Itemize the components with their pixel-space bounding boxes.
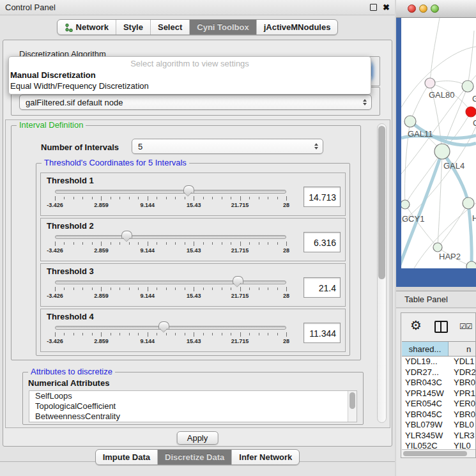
zoom-traffic-light-icon[interactable] xyxy=(431,4,439,13)
node-hap2[interactable] xyxy=(433,243,442,252)
table-row[interactable]: YBR043CYBR0 xyxy=(402,378,475,388)
table-horizontal-scrollbar[interactable] xyxy=(402,449,475,457)
cell-name[interactable]: YDR2 xyxy=(449,367,475,378)
cell-shared-name[interactable]: YLR345W xyxy=(402,431,449,441)
node-gcy1[interactable] xyxy=(401,200,410,209)
cell-name[interactable]: YIL0 xyxy=(449,441,475,449)
threshold-value-field[interactable]: 21.4 xyxy=(303,277,341,298)
float-window-icon[interactable] xyxy=(370,4,377,11)
tab-select[interactable]: Select xyxy=(151,20,190,35)
network-icon xyxy=(65,23,73,32)
network-edge[interactable] xyxy=(468,203,472,266)
tab-impute-data[interactable]: Impute Data xyxy=(96,450,158,464)
slider-track[interactable] xyxy=(55,190,286,194)
cell-name[interactable]: YLR3 xyxy=(449,431,475,441)
cell-name[interactable]: YBL0 xyxy=(449,420,475,431)
network-edge[interactable] xyxy=(442,151,468,203)
settings-scrollbar-thumb[interactable] xyxy=(378,126,385,279)
num-intervals-spinner[interactable]: 5 xyxy=(132,139,323,154)
node-top-right[interactable] xyxy=(462,81,473,92)
slider-tick-label: -3.426 xyxy=(47,202,63,208)
minimize-traffic-light-icon[interactable] xyxy=(419,4,427,13)
cell-shared-name[interactable]: YDL19... xyxy=(402,357,449,367)
cell-name[interactable]: YBR0 xyxy=(449,378,475,388)
close-traffic-light-icon[interactable] xyxy=(408,4,416,13)
threshold-slider[interactable]: -3.4262.8599.14415.4321.71528 xyxy=(55,185,286,212)
node-bottom-right[interactable] xyxy=(466,261,476,268)
cell-name[interactable]: YDL1 xyxy=(449,357,475,367)
network-edge[interactable] xyxy=(405,151,442,204)
column-header-name[interactable]: n xyxy=(449,342,475,356)
slider-track[interactable] xyxy=(55,326,286,330)
slider-track[interactable] xyxy=(55,235,286,239)
network-edge[interactable] xyxy=(430,18,440,83)
tab-jactivemnodules[interactable]: jActiveMNodules xyxy=(257,20,338,35)
settings-vertical-scrollbar[interactable] xyxy=(377,123,387,423)
node-gal4[interactable] xyxy=(434,144,450,159)
table-row[interactable]: YDL19...YDL1 xyxy=(402,357,475,367)
cell-shared-name[interactable]: YBR043C xyxy=(402,378,449,388)
table-row[interactable]: YDR27...YDR2 xyxy=(402,367,475,378)
threshold-value-field[interactable]: 11.344 xyxy=(303,323,341,343)
select-checkboxes-icon[interactable]: ☑☑ xyxy=(459,322,472,331)
threshold-slider[interactable]: -3.4262.8599.14415.4321.71528 xyxy=(55,321,286,348)
slider-tick xyxy=(203,197,204,199)
table-row[interactable]: YPR145WYPR1 xyxy=(402,388,475,399)
tab-style[interactable]: Style xyxy=(116,20,151,35)
tab-discretize-data[interactable]: Discretize Data xyxy=(158,450,232,464)
algorithm-hint-option[interactable]: Select algorithm to view settings xyxy=(9,58,371,70)
slider-track[interactable] xyxy=(55,280,286,284)
attribute-list-item[interactable]: SelfLoops xyxy=(29,391,357,401)
slider-tick xyxy=(55,242,56,246)
node-gal11[interactable] xyxy=(404,116,416,127)
close-icon[interactable]: ✖ xyxy=(383,3,390,12)
cell-shared-name[interactable]: YBR045C xyxy=(402,410,449,420)
cell-name[interactable]: YBR0 xyxy=(449,410,475,420)
attribute-list-item[interactable]: BetweennessCentrality xyxy=(29,411,357,422)
node-gal80[interactable] xyxy=(425,78,435,88)
network-canvas[interactable]: GAL80GACGAL11GAL4GCY1HHAP2 xyxy=(401,18,476,268)
table-row[interactable]: YER054CYER0 xyxy=(402,399,475,410)
tab-network[interactable]: Network xyxy=(58,20,116,35)
cell-shared-name[interactable]: YIL052C xyxy=(402,441,449,449)
columns-icon[interactable] xyxy=(434,321,448,333)
threshold-slider[interactable]: -3.4262.8599.14415.4321.71528 xyxy=(55,276,286,303)
network-edge[interactable] xyxy=(438,203,468,247)
slider-thumb[interactable] xyxy=(121,231,132,238)
column-header-shared-name[interactable]: shared... xyxy=(402,342,449,356)
tab-infer-network[interactable]: Infer Network xyxy=(232,450,299,464)
numerical-attributes-list[interactable]: SelfLoopsTopologicalCoefficientBetweenne… xyxy=(29,390,357,422)
network-edge[interactable] xyxy=(410,83,430,121)
gear-icon[interactable]: ⚙ xyxy=(410,319,422,332)
table-hscrollbar-thumb[interactable] xyxy=(403,451,467,456)
table-row[interactable]: YLR345WYLR3 xyxy=(402,431,475,441)
attributes-scrollbar[interactable] xyxy=(348,391,357,422)
slider-tick-label: 2.859 xyxy=(94,202,109,208)
apply-button[interactable]: Apply xyxy=(177,431,219,445)
cell-shared-name[interactable]: YPR145W xyxy=(402,388,449,399)
table-row[interactable]: YBR045CYBR0 xyxy=(402,410,475,420)
cell-shared-name[interactable]: YER054C xyxy=(402,399,449,410)
network-edge[interactable] xyxy=(468,31,474,86)
slider-thumb[interactable] xyxy=(233,276,243,284)
tab-cyni-toolbox[interactable]: Cyni Toolbox xyxy=(190,20,256,35)
cell-shared-name[interactable]: YBL079W xyxy=(402,420,449,431)
threshold-slider[interactable]: -3.4262.8599.14415.4321.71528 xyxy=(55,231,286,257)
table-data-combobox[interactable]: galFiltered.sif default node xyxy=(19,95,372,110)
cell-shared-name[interactable]: YDR27... xyxy=(402,367,449,378)
threshold-value-field[interactable]: 6.316 xyxy=(303,232,341,252)
threshold-panel: Threshold 3 -3.4262.8599.14415.4321.7152… xyxy=(40,263,346,307)
algorithm-option[interactable]: Equal Width/Frequency Discretization xyxy=(9,81,371,91)
threshold-value-field[interactable]: 14.713 xyxy=(303,187,341,207)
slider-thumb[interactable] xyxy=(183,185,194,193)
node-right-mid[interactable] xyxy=(463,197,474,209)
table-row[interactable]: YIL052CYIL0 xyxy=(402,441,475,449)
attribute-list-item[interactable]: TopologicalCoefficient xyxy=(29,401,357,411)
algorithm-option[interactable]: Manual Discretization xyxy=(9,70,371,81)
table-row[interactable]: YBL079WYBL0 xyxy=(402,420,475,431)
slider-thumb[interactable] xyxy=(158,321,169,329)
cell-name[interactable]: YPR1 xyxy=(449,388,475,399)
node-selected-red[interactable] xyxy=(466,107,476,117)
cell-name[interactable]: YER0 xyxy=(449,399,475,410)
attributes-scrollbar-thumb[interactable] xyxy=(349,392,355,409)
